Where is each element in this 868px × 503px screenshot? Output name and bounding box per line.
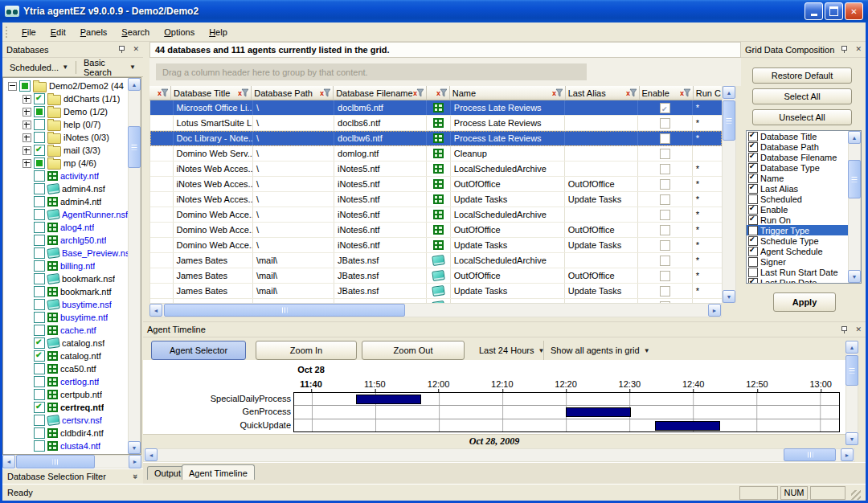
field-list-item[interactable]: Last Alias (747, 183, 861, 194)
enable-checkbox[interactable] (660, 194, 670, 205)
maximize-button[interactable] (825, 2, 843, 20)
tree-checkbox[interactable] (34, 209, 45, 220)
enable-checkbox[interactable] (660, 240, 670, 251)
enable-checkbox[interactable] (660, 256, 670, 266)
scroll-up-icon[interactable]: ▲ (845, 341, 858, 354)
tree-checkbox[interactable] (34, 389, 45, 400)
tree-checkbox[interactable] (34, 286, 45, 297)
table-row[interactable]: James Bates \mail\ JBates.nsf OutOfOffic… (150, 268, 722, 284)
scroll-left-icon[interactable]: ◄ (145, 448, 158, 461)
column-header-database-type[interactable]: x (427, 86, 450, 100)
scroll-down-icon[interactable]: ▼ (128, 441, 141, 454)
tree-checkbox[interactable] (34, 273, 45, 284)
tree-checkbox[interactable] (34, 415, 45, 426)
menu-help[interactable]: Help (202, 25, 235, 39)
tab-agent-timeline[interactable]: Agent Timeline (182, 464, 255, 480)
enable-checkbox[interactable] (660, 118, 670, 129)
tree-checkbox[interactable] (34, 402, 45, 413)
field-checkbox[interactable] (748, 236, 758, 246)
tree-item[interactable]: Demo (1/2) (3, 105, 128, 118)
table-row[interactable]: iNotes Web Acces... \ iNotes5.ntf LocalS… (150, 162, 722, 177)
tree-item[interactable]: admin4.ntf (3, 195, 128, 208)
tree-checkbox[interactable] (34, 350, 45, 362)
zoom-out-button[interactable]: Zoom Out (362, 341, 465, 360)
menu-file[interactable]: File (14, 25, 43, 39)
scroll-down-icon[interactable]: ▼ (848, 270, 861, 283)
field-list-item[interactable]: Signer (747, 256, 861, 267)
tree-item[interactable]: busytime.ntf (3, 311, 128, 324)
table-row[interactable]: iNotes Web Acces... \ iNotes5.ntf OutOfO… (150, 177, 722, 192)
column-header-last-alias[interactable]: Last Alias x (566, 86, 640, 100)
group-by-area[interactable]: Drag a column header here to group by th… (149, 58, 741, 86)
tree-checkbox[interactable] (34, 337, 45, 349)
tree-expander[interactable] (8, 82, 17, 91)
agent-selector-button[interactable]: Agent Selector (151, 341, 246, 360)
tree-item[interactable]: certpub.ntf (3, 388, 128, 401)
tree-item[interactable]: busytime.nsf (3, 298, 128, 311)
table-row[interactable]: iNotes Web Acces... \ iNotes5.ntf Update… (150, 192, 722, 207)
field-checkbox[interactable] (748, 247, 758, 256)
field-list-item[interactable]: Agent Schedule (747, 246, 861, 256)
field-checkbox[interactable] (748, 226, 758, 235)
enable-checkbox[interactable] (660, 225, 670, 235)
field-list-item[interactable]: Trigger Type (747, 225, 861, 235)
close-button[interactable]: ✕ (845, 2, 863, 20)
tree-item[interactable]: admin4.nsf (3, 182, 128, 195)
tree-checkbox[interactable] (34, 312, 45, 323)
timeline-activity-bar[interactable] (655, 421, 720, 431)
filter-icon[interactable]: x (680, 88, 690, 97)
tree-item[interactable]: certlog.ntf (3, 375, 128, 388)
tree-checkbox[interactable] (34, 363, 45, 374)
table-row[interactable]: Microsoft Office Li... \ doclbm6.ntf Pro… (150, 100, 722, 116)
pin-icon[interactable] (841, 326, 848, 333)
field-checkbox[interactable] (748, 153, 758, 162)
filter-icon[interactable]: x (552, 88, 563, 97)
scroll-right-icon[interactable]: ► (841, 448, 854, 461)
column-header-run-count[interactable]: Run C (694, 86, 722, 100)
pin-icon[interactable] (841, 46, 848, 53)
tree-checkbox[interactable] (34, 440, 45, 452)
field-list-item[interactable]: Database Filename (747, 152, 861, 162)
scroll-thumb[interactable] (16, 455, 95, 468)
tree-expander[interactable] (23, 133, 31, 142)
field-list-item[interactable]: Run On (747, 215, 861, 225)
tree-checkbox[interactable] (34, 260, 45, 272)
field-list-item[interactable]: Database Title (747, 131, 861, 141)
apply-button[interactable]: Apply (773, 292, 836, 312)
field-checkbox[interactable] (748, 268, 758, 277)
tree-item[interactable]: mail (3/3) (3, 144, 128, 157)
field-checkbox[interactable] (748, 174, 758, 183)
tree-checkbox[interactable] (34, 145, 45, 156)
resize-grip[interactable] (851, 490, 861, 500)
tree-checkbox[interactable] (19, 80, 31, 92)
tree-checkbox[interactable] (34, 132, 45, 143)
menu-options[interactable]: Options (157, 25, 202, 39)
tree-item[interactable]: cache.ntf (3, 324, 128, 337)
enable-checkbox[interactable] (660, 164, 670, 174)
menu-edit[interactable]: Edit (43, 25, 73, 39)
tree-item[interactable]: bookmark.ntf (3, 285, 128, 298)
tree-item[interactable]: ddCharts (1/1) (3, 92, 128, 105)
field-checkbox[interactable] (748, 142, 758, 152)
tree-item[interactable]: bookmark.nsf (3, 272, 128, 285)
close-panel-icon[interactable]: ✕ (855, 326, 862, 333)
field-list-item[interactable]: Scheduled (747, 194, 861, 204)
field-list-item[interactable]: Name (747, 173, 861, 183)
timeline-vertical-scrollbar[interactable]: ▲ ▼ (845, 341, 858, 445)
database-selection-filter-bar[interactable]: Database Selection Filter » (2, 468, 143, 484)
tree-item[interactable]: archlg50.ntf (3, 234, 128, 247)
tree-checkbox[interactable] (34, 299, 45, 310)
tree-checkbox[interactable] (34, 325, 45, 336)
unselect-all-button[interactable]: Unselect All (752, 109, 852, 125)
tree-checkbox[interactable] (34, 119, 45, 130)
field-list-item[interactable]: Last Run Date (747, 277, 861, 284)
scroll-up-icon[interactable]: ▲ (128, 78, 141, 91)
field-checkbox[interactable] (748, 184, 758, 194)
field-checkbox[interactable] (748, 194, 758, 204)
tree-checkbox[interactable] (34, 157, 45, 169)
tree-checkbox[interactable] (34, 235, 45, 246)
enable-checkbox[interactable] (660, 103, 670, 113)
scroll-thumb[interactable] (784, 448, 836, 461)
scroll-up-icon[interactable]: ▲ (723, 86, 735, 99)
agent-filter-dropdown[interactable]: Show all agents in grid ▼ (543, 341, 657, 360)
